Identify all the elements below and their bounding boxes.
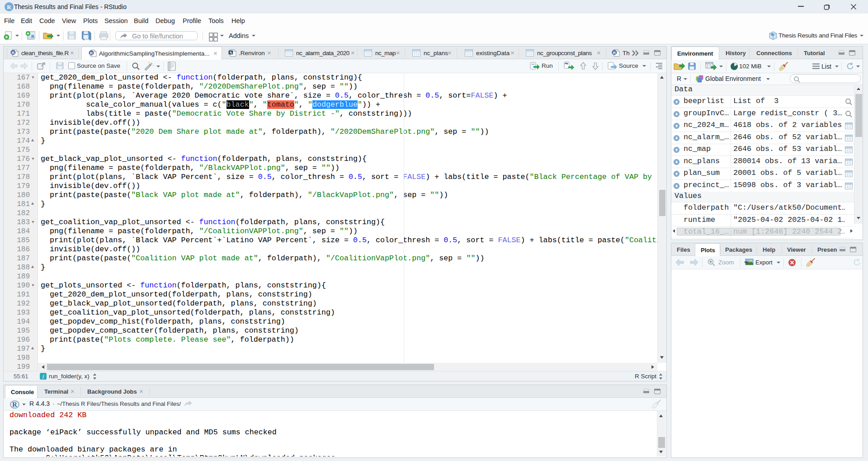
svg-text:R: R (90, 51, 93, 56)
svg-text:s: s (230, 51, 232, 54)
svg-text:R: R (613, 51, 616, 55)
svg-text:R: R (771, 33, 774, 37)
svg-text:R: R (7, 4, 11, 10)
svg-text:R: R (12, 401, 17, 408)
svg-text:R: R (12, 51, 15, 55)
svg-text:R: R (31, 34, 35, 39)
